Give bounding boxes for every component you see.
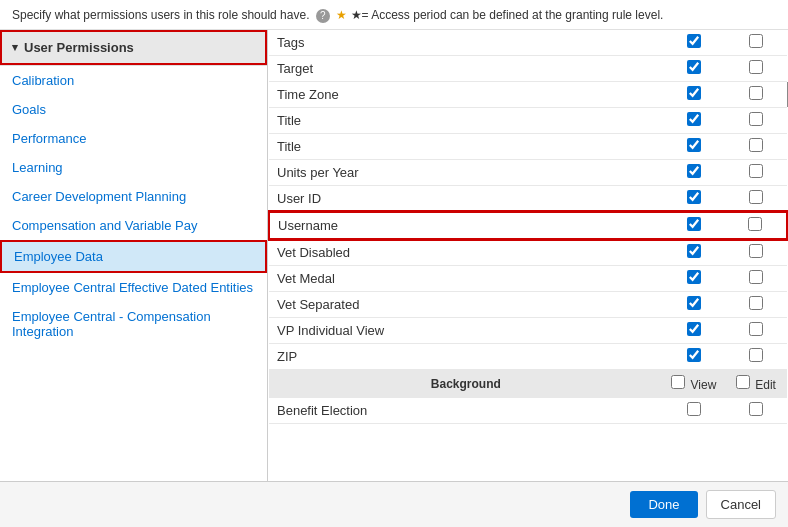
table-row: Units per Year [269, 160, 787, 186]
checkbox-vpindividual-2[interactable] [749, 322, 763, 336]
row-check1[interactable] [663, 160, 725, 186]
checkbox-tags-1[interactable] [687, 34, 701, 48]
checkbox-zip-2[interactable] [749, 348, 763, 362]
cancel-button[interactable]: Cancel [706, 490, 776, 519]
row-check1[interactable] [663, 266, 725, 292]
row-check2[interactable] [725, 160, 787, 186]
table-row: VP Individual View [269, 318, 787, 344]
row-check2[interactable] [725, 212, 787, 239]
row-check1[interactable] [663, 134, 725, 160]
sidebar-item-learning[interactable]: Learning [0, 153, 267, 182]
section-edit-label: Edit [725, 370, 787, 398]
checkbox-username-2[interactable] [748, 217, 762, 231]
row-label: Units per Year [269, 160, 663, 186]
checkbox-target-1[interactable] [687, 60, 701, 74]
row-check1[interactable] [663, 398, 725, 424]
checkbox-timezone-2[interactable] [749, 86, 763, 100]
star-icon: ★ [336, 8, 347, 22]
checkbox-username-1[interactable] [687, 217, 701, 231]
row-label-username: Username [269, 212, 663, 239]
table-row: Vet Disabled [269, 239, 787, 266]
row-check2[interactable] [725, 134, 787, 160]
checkbox-userid-1[interactable] [687, 190, 701, 204]
user-permissions-header[interactable]: ▾ User Permissions [0, 30, 267, 65]
table-row: Time Zone [269, 82, 787, 108]
row-check2[interactable] [725, 398, 787, 424]
table-row: Tags [269, 30, 787, 56]
row-check1[interactable] [663, 30, 725, 56]
permissions-table: Tags Target Time Zone [268, 30, 788, 424]
checkbox-vetdisabled-1[interactable] [687, 244, 701, 258]
table-row: Vet Medal [269, 266, 787, 292]
table-row: Target [269, 56, 787, 82]
sidebar-item-goals[interactable]: Goals [0, 95, 267, 124]
checkbox-units-1[interactable] [687, 164, 701, 178]
checkbox-vetseparated-1[interactable] [687, 296, 701, 310]
access-period-text: ★= Access period can be defined at the g… [351, 8, 664, 22]
checkbox-vpindividual-1[interactable] [687, 322, 701, 336]
row-check1[interactable] [663, 292, 725, 318]
help-icon[interactable]: ? [316, 9, 330, 23]
row-check2[interactable] [725, 186, 787, 213]
row-label: VP Individual View [269, 318, 663, 344]
row-check1[interactable] [663, 318, 725, 344]
sidebar-item-employee-data[interactable]: Employee Data [0, 240, 267, 273]
checkbox-tags-2[interactable] [749, 34, 763, 48]
section-view-checkbox[interactable] [671, 375, 685, 389]
checkbox-title2-1[interactable] [687, 138, 701, 152]
row-check1[interactable] [663, 108, 725, 134]
checkbox-vetmedal-1[interactable] [687, 270, 701, 284]
checkbox-target-2[interactable] [749, 60, 763, 74]
checkbox-zip-1[interactable] [687, 348, 701, 362]
checkbox-vetseparated-2[interactable] [749, 296, 763, 310]
checkbox-title2-2[interactable] [749, 138, 763, 152]
row-check1[interactable] [663, 82, 725, 108]
table-row-username: Username [269, 212, 787, 239]
bottom-bar: Done Cancel [0, 481, 788, 527]
sidebar-item-calibration[interactable]: Calibration [0, 66, 267, 95]
row-check2[interactable] [725, 108, 787, 134]
row-check1[interactable] [663, 186, 725, 213]
row-check1[interactable] [663, 344, 725, 370]
row-check2[interactable] [725, 82, 787, 108]
checkbox-benefit-2[interactable] [749, 402, 763, 416]
row-check1[interactable] [663, 56, 725, 82]
checkbox-title1-1[interactable] [687, 112, 701, 126]
sidebar: ▾ User Permissions Calibration Goals Per… [0, 30, 268, 481]
table-row-benefit-election: Benefit Election [269, 398, 787, 424]
sidebar-item-ec-effective-dated[interactable]: Employee Central Effective Dated Entitie… [0, 273, 267, 302]
table-row: ZIP [269, 344, 787, 370]
checkbox-title1-2[interactable] [749, 112, 763, 126]
row-check2[interactable] [725, 292, 787, 318]
row-check1[interactable] [663, 212, 725, 239]
checkbox-vetdisabled-2[interactable] [749, 244, 763, 258]
done-button[interactable]: Done [630, 491, 697, 518]
checkbox-benefit-1[interactable] [687, 402, 701, 416]
checkbox-units-2[interactable] [749, 164, 763, 178]
sidebar-item-career-development[interactable]: Career Development Planning [0, 182, 267, 211]
chevron-icon: ▾ [12, 41, 18, 54]
row-check2[interactable] [725, 239, 787, 266]
section-label: Background [269, 370, 663, 398]
content-area: ▾ User Permissions Calibration Goals Per… [0, 30, 788, 481]
row-label: Vet Medal [269, 266, 663, 292]
sidebar-item-ec-compensation[interactable]: Employee Central - Compensation Integrat… [0, 302, 267, 346]
row-check2[interactable] [725, 318, 787, 344]
row-check2[interactable] [725, 266, 787, 292]
row-check1[interactable] [663, 239, 725, 266]
row-check2[interactable] [725, 30, 787, 56]
checkbox-vetmedal-2[interactable] [749, 270, 763, 284]
row-check2[interactable] [725, 344, 787, 370]
section-header-background: Background View Edit [269, 370, 787, 398]
checkbox-userid-2[interactable] [749, 190, 763, 204]
sidebar-item-performance[interactable]: Performance [0, 124, 267, 153]
section-edit-checkbox[interactable] [736, 375, 750, 389]
table-row: User ID [269, 186, 787, 213]
row-label: Target [269, 56, 663, 82]
row-label: Vet Separated [269, 292, 663, 318]
sidebar-header-label: User Permissions [24, 40, 134, 55]
sidebar-item-compensation[interactable]: Compensation and Variable Pay [0, 211, 267, 240]
checkbox-timezone-1[interactable] [687, 86, 701, 100]
row-check2[interactable] [725, 56, 787, 82]
row-label: Title [269, 108, 663, 134]
